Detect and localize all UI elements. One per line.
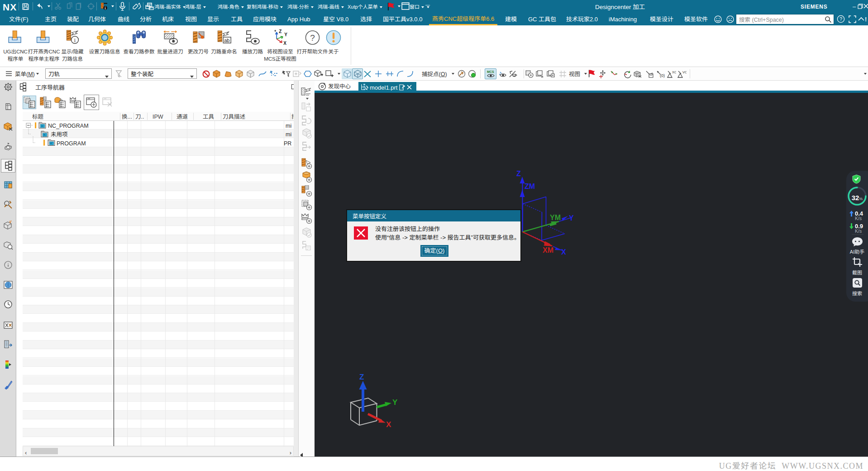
svg-text:X: X — [283, 39, 286, 46]
svg-text:X: X — [561, 246, 566, 257]
svg-text:VC: VC — [682, 70, 687, 74]
svg-text:ZM: ZM — [525, 180, 535, 191]
svg-text:XC: XC — [672, 70, 676, 74]
svg-text:Y: Y — [392, 396, 398, 407]
svg-text:i: i — [105, 5, 105, 10]
svg-text:Z: Z — [359, 370, 364, 382]
svg-text:XM: XM — [543, 244, 553, 255]
svg-text:ab: ab — [224, 36, 229, 43]
svg-text:Z: Z — [516, 168, 521, 178]
svg-text:(0): (0) — [660, 72, 665, 78]
svg-text:Y: Y — [284, 31, 287, 38]
svg-text:MCS: MCS — [487, 69, 494, 74]
svg-text:YM: YM — [550, 211, 561, 222]
svg-text:X: X — [386, 418, 391, 429]
svg-text:?: ? — [839, 15, 842, 22]
svg-text:?: ? — [310, 31, 315, 43]
svg-text:Z: Z — [279, 29, 281, 34]
svg-text:Y: Y — [569, 212, 574, 223]
